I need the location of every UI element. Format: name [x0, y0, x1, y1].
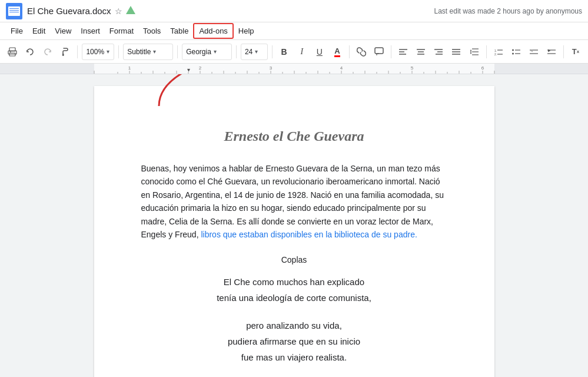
svg-text:4: 4	[340, 65, 343, 71]
svg-rect-4	[10, 51, 11, 52]
title-icons: ☆	[115, 6, 135, 16]
numberedlist-button[interactable]: 1.2.	[491, 44, 506, 60]
svg-marker-0	[126, 6, 135, 14]
toolbar-divider-4	[236, 45, 237, 58]
toolbar-divider-3	[177, 45, 178, 58]
toolbar-divider-5	[272, 45, 273, 58]
underline-button[interactable]: U	[312, 44, 327, 60]
print-button[interactable]	[5, 44, 20, 60]
menu-edit[interactable]: Edit	[28, 24, 50, 38]
toolbar: 100% ▾ Subtitle ▾ Georgia ▾ 24 ▾ B I U A	[0, 40, 588, 64]
zoom-caret: ▾	[107, 48, 109, 55]
menu-table[interactable]: Table	[165, 24, 193, 38]
toolbar-divider-6	[349, 45, 350, 58]
style-select[interactable]: Subtitle ▾	[123, 44, 173, 60]
link-button[interactable]	[354, 44, 369, 60]
document-subtitle: Coplas	[141, 255, 447, 264]
menu-help[interactable]: Help	[234, 24, 259, 38]
zoom-select[interactable]: 100% ▾	[82, 44, 114, 60]
undo-button[interactable]	[22, 44, 38, 60]
font-select[interactable]: Georgia ▾	[182, 44, 232, 60]
svg-text:2.: 2.	[494, 52, 497, 56]
document-poem-1: El Che como muchos han explicado tenía u…	[141, 274, 447, 306]
document-area: Ernesto el Che Guevara Buenas, hoy venim…	[0, 74, 588, 377]
title-bar: El Che Guevara.docx ☆ Last edit was made…	[0, 0, 588, 22]
bold-button[interactable]: B	[277, 44, 292, 60]
document-page: Ernesto el Che Guevara Buenas, hoy venim…	[94, 86, 494, 377]
star-icon[interactable]: ☆	[115, 6, 122, 16]
bulletlist-button[interactable]	[509, 44, 524, 60]
svg-text:2: 2	[199, 65, 202, 71]
drive-icon	[126, 6, 135, 16]
svg-text:3: 3	[270, 65, 273, 71]
paragraph-link[interactable]: libros que estaban disponibles en la bib…	[201, 230, 417, 239]
align-right-button[interactable]	[431, 44, 446, 60]
menu-insert[interactable]: Insert	[76, 24, 105, 38]
linespacing-button[interactable]	[467, 44, 482, 60]
menu-file[interactable]: File	[6, 24, 28, 38]
fontsize-caret: ▾	[255, 48, 258, 55]
svg-text:5: 5	[411, 65, 414, 71]
document-filename: El Che Guevara.docx	[27, 6, 111, 16]
svg-point-28	[512, 52, 514, 54]
toolbar-divider-8	[486, 45, 487, 58]
decrease-indent-button[interactable]	[526, 44, 542, 60]
comment-button[interactable]	[371, 44, 387, 60]
document-poem-2: pero analizando su vida, pudiera afirmar…	[141, 318, 447, 365]
menu-addons[interactable]: Add-ons	[193, 23, 233, 39]
align-center-button[interactable]	[413, 44, 428, 60]
toolbar-divider-2	[118, 45, 119, 58]
svg-rect-35	[0, 64, 94, 74]
toolbar-divider-7	[391, 45, 391, 58]
align-justify-button[interactable]	[449, 44, 464, 60]
app-icon	[6, 3, 22, 19]
arrow-annotation	[0, 74, 294, 118]
menu-bar: File Edit View Insert Format Tools Table…	[0, 22, 588, 40]
toolbar-divider-1	[77, 45, 78, 58]
increase-indent-button[interactable]	[544, 44, 559, 60]
last-edit-text: Last edit was made 2 hours ago by anonym…	[434, 7, 582, 15]
svg-rect-6	[375, 48, 383, 54]
paintformat-button[interactable]	[58, 44, 73, 60]
menu-view[interactable]: View	[50, 24, 76, 38]
svg-rect-5	[62, 54, 64, 56]
style-caret: ▾	[153, 48, 156, 55]
textcolor-button[interactable]: A	[330, 44, 345, 60]
toolbar-divider-9	[563, 45, 564, 58]
menu-format[interactable]: Format	[105, 24, 138, 38]
document-title: Ernesto el Che Guevara	[141, 128, 447, 144]
svg-text:1: 1	[128, 65, 131, 71]
font-caret: ▾	[214, 48, 217, 55]
svg-text:6: 6	[481, 65, 484, 71]
clearformat-button[interactable]: Tx	[568, 44, 583, 60]
fontsize-select[interactable]: 24 ▾	[241, 44, 268, 60]
svg-rect-36	[494, 64, 588, 74]
italic-button[interactable]: I	[294, 44, 310, 60]
menu-tools[interactable]: Tools	[138, 24, 165, 38]
document-paragraph-1: Buenas, hoy venimos a hablar de Ernesto …	[141, 162, 447, 241]
redo-button[interactable]	[40, 44, 55, 60]
svg-point-26	[512, 49, 514, 51]
svg-text:▾: ▾	[187, 67, 190, 73]
align-left-button[interactable]	[396, 44, 411, 60]
ruler: 1 2 3 4	[0, 64, 588, 74]
